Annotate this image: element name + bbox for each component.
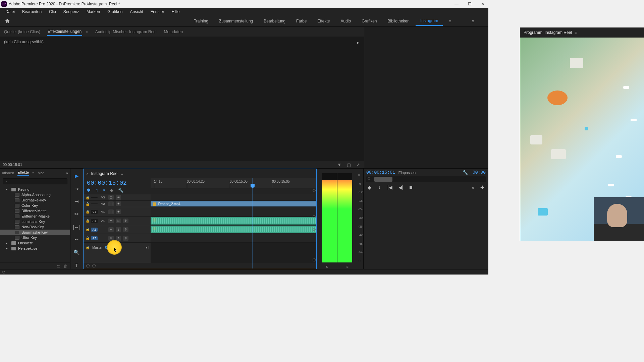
menu-bearbeiten[interactable]: Bearbeiten [19,9,45,15]
solo-button[interactable]: S [116,236,121,241]
program-timecode[interactable]: 00:00:15:01 [366,170,395,175]
scrub-range[interactable] [374,177,392,182]
source-patch[interactable]: A2 [91,228,98,232]
audio-clip[interactable] [151,217,316,225]
source-timecode[interactable]: 00:00:15:01 [3,163,22,167]
track-v3[interactable] [151,194,316,201]
zoom-handle-left[interactable] [86,264,90,267]
folder-perspektive[interactable]: ▸ Perspektive [0,246,70,251]
mute-button[interactable]: M [108,227,114,232]
lock-icon[interactable]: 🔒 [86,246,90,249]
go-to-in-button[interactable]: |◀ [386,184,394,191]
effect-entfernen-maske[interactable]: Entfernen-Maske [0,214,70,219]
lock-icon[interactable]: 🔒 [86,219,89,223]
tab-metadata[interactable]: Metadaten [163,28,183,36]
selection-tool[interactable]: ▶ [73,172,81,180]
workspace-grafiken[interactable]: Grafiken [357,17,381,25]
track-header-v2[interactable]: 🔒 V2 ▢ 👁 [84,201,151,207]
zoom-handle-right[interactable] [92,264,96,267]
panel-menu-icon[interactable]: ≡ [32,171,34,175]
effect-differenz-matte[interactable]: Differenz-Matte [0,208,70,214]
close-sequence-icon[interactable]: × [86,172,88,176]
workspace-bibliotheken[interactable]: Bibliotheken [383,17,414,25]
slip-tool[interactable]: |↔| [73,223,81,231]
toggle-output-icon[interactable]: 👁 [116,201,121,206]
tab-effekte[interactable]: Effekte [17,170,29,176]
lock-icon[interactable]: 🔒 [86,202,89,206]
master-value[interactable]: 0,0 [105,246,110,249]
panel-menu-icon[interactable]: ≡ [121,172,123,176]
effect-luminanz-key[interactable]: Luminanz-Key [0,219,70,224]
track-header-a2[interactable]: 🔒 A2 M S 🎙 [84,225,151,234]
timeline-ruler[interactable]: 14:15 00:00:14:20 00:00:15:00 00:00:15:0… [151,178,316,188]
target-patch[interactable]: V2 [100,202,106,205]
lock-icon[interactable]: 🔒 [86,210,89,214]
solo-button[interactable]: S [116,227,121,232]
scrub-handle-left[interactable] [368,177,370,180]
program-monitor[interactable] [520,38,644,241]
panel-menu-icon[interactable]: ≡ [575,31,577,35]
track-header-v3[interactable]: 🔒 V3 ▢ 👁 [84,194,151,201]
toggle-output-icon[interactable]: 👁 [116,209,121,214]
chevron-right-icon[interactable]: ▸ [6,241,9,245]
track-master[interactable] [151,243,316,252]
tab-source[interactable]: Quelle: (keine Clips) [3,28,41,36]
effect-color-key[interactable]: Color-Key [0,203,70,208]
folder-keying[interactable]: ▾ Keying [0,187,70,192]
sync-lock-icon[interactable]: ▢ [108,209,114,214]
snap-icon[interactable]: ✱ [87,188,91,193]
pen-tool[interactable]: ✒ [73,236,81,244]
menu-grafiken[interactable]: Grafiken [104,9,126,15]
workspace-zusammenstellung[interactable]: Zusammenstellung [214,17,258,25]
sync-lock-icon[interactable] [313,215,316,218]
tab-program[interactable]: Programm: Instagram Reel [524,30,572,35]
sequence-name[interactable]: Instagram Reel [91,171,118,176]
menu-datei[interactable]: Datei [2,9,18,15]
workspace-training[interactable]: Training [189,17,213,25]
filter-icon[interactable]: ▼ [336,162,343,167]
track-header-v1[interactable]: 🔒 V1 V1 ▢ 👁 [84,207,151,217]
workspace-effekte[interactable]: Effekte [313,17,334,25]
track-a3[interactable] [151,234,316,243]
menu-marken[interactable]: Marken [83,9,103,15]
sync-lock-icon[interactable]: ▢ [108,201,114,206]
lock-icon[interactable]: 🔒 [86,196,89,199]
workspace-farbe[interactable]: Farbe [291,17,311,25]
lock-icon[interactable]: 🔒 [86,236,89,240]
add-marker-icon[interactable]: ▿ [103,188,105,193]
track-v1[interactable] [151,207,316,217]
zoom-bar[interactable] [84,263,316,269]
settings-icon[interactable]: 🔧 [118,188,123,193]
overflow-icon[interactable]: » [470,184,476,191]
export-frame-icon[interactable]: ▢ [345,162,352,167]
track-a2[interactable] [151,225,316,234]
track-content[interactable]: Drohne_2.mp4 [151,194,316,263]
menu-fenster[interactable]: Fenster [147,9,168,15]
source-patch[interactable]: A3 [91,236,98,240]
menu-hilfe[interactable]: Hilfe [168,9,183,15]
new-bin-icon[interactable]: 🗀 [57,264,61,268]
workspace-overflow-icon[interactable]: » [467,17,479,25]
workspace-instagram[interactable]: Instagram [416,16,443,26]
source-patch[interactable] [91,203,98,204]
track-header-a1[interactable]: 🔒 A1 A1 M S 🎙 [84,217,151,225]
sync-lock-icon[interactable]: ▢ [108,195,114,200]
track-header-a3[interactable]: 🔒 A3 M S 🎙 [84,234,151,243]
target-patch[interactable]: A1 [100,219,106,223]
effect-ultra-key[interactable]: Ultra-Key [0,235,70,240]
share-icon[interactable]: ↗ [355,162,361,167]
zoom-fit-dropdown[interactable]: Einpassen [398,171,416,175]
track-v2[interactable]: Drohne_2.mp4 [151,201,316,207]
tabs-overflow-icon[interactable]: » [66,171,68,175]
audio-clip[interactable] [151,226,316,233]
voice-over-icon[interactable]: 🎙 [123,236,128,241]
sync-lock-icon[interactable] [313,258,316,261]
program-scrubber[interactable] [366,176,486,182]
track-a1[interactable] [151,217,316,225]
mark-in-button[interactable]: ⤓ [376,184,383,191]
razor-tool[interactable]: ✂ [73,210,81,218]
sync-lock-icon[interactable] [313,189,316,192]
menu-sequenz[interactable]: Sequenz [60,9,83,15]
add-marker-button[interactable]: ◆ [366,184,373,191]
ripple-edit-tool[interactable]: ⇥ [73,197,81,205]
